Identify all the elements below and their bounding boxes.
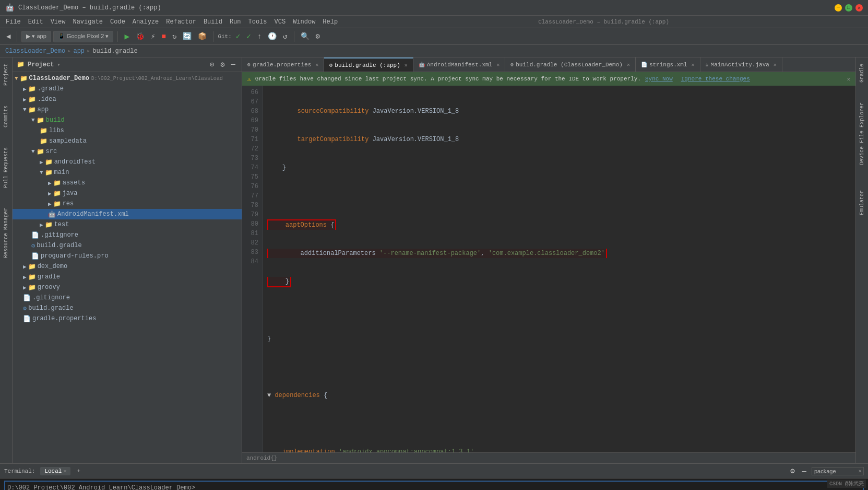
- tree-item-gitignore2[interactable]: 📄 .gitignore: [13, 293, 242, 303]
- resource-manager-toggle[interactable]: Resource Manager: [2, 204, 10, 262]
- search-close-icon[interactable]: ✕: [858, 468, 862, 474]
- menu-refactor[interactable]: Refactor: [163, 17, 199, 27]
- menu-edit[interactable]: Edit: [25, 17, 46, 27]
- tab-gradle-properties[interactable]: ⚙ gradle.properties ✕: [242, 57, 324, 72]
- run-with-coverage[interactable]: ⚡: [149, 31, 157, 42]
- code-content[interactable]: sourceCompatibility JavaVersion.VERSION_…: [263, 86, 855, 452]
- git-push[interactable]: ↑: [255, 31, 264, 42]
- tab-close[interactable]: ✕: [774, 62, 777, 68]
- menu-tools[interactable]: Tools: [245, 17, 270, 27]
- terminal-tab-local[interactable]: Local ✕: [40, 467, 70, 475]
- menu-navigate[interactable]: Navigate: [69, 17, 106, 27]
- tree-item-gradleprops[interactable]: 📄 gradle.properties: [13, 313, 242, 324]
- app-selector[interactable]: ▶ ▾ app: [21, 31, 51, 42]
- menu-run[interactable]: Run: [227, 17, 244, 27]
- debug-button[interactable]: 🐞: [134, 31, 147, 42]
- breadcrumb-file[interactable]: build.gradle: [92, 48, 137, 55]
- close-notification[interactable]: ✕: [847, 76, 850, 83]
- expand-icon: ▶: [23, 263, 27, 270]
- git-check2[interactable]: ✓: [244, 31, 253, 42]
- sdk-manager[interactable]: 📦: [196, 31, 209, 42]
- terminal-settings[interactable]: ⚙: [788, 465, 796, 476]
- tree-item-sampledata[interactable]: 📁 sampledata: [13, 136, 242, 146]
- menu-view[interactable]: View: [47, 17, 69, 27]
- tree-item-gradlefolder[interactable]: ▶ 📁 gradle: [13, 272, 242, 282]
- terminal-search-input[interactable]: [812, 467, 864, 475]
- stop-button[interactable]: ■: [160, 31, 168, 42]
- tree-label: res: [63, 200, 74, 207]
- tab-androidmanifest[interactable]: 🤖 AndroidManifest.xml ✕: [413, 57, 505, 72]
- tree-item-root[interactable]: ▼ 📁 ClassLoader_Demo D:\002_Project\002_…: [13, 73, 242, 84]
- tree-item-res[interactable]: ▶ 📁 res: [13, 199, 242, 209]
- git-check[interactable]: ✓: [234, 31, 242, 42]
- back-icon[interactable]: ◀: [4, 31, 13, 42]
- sync-now-link[interactable]: Sync Now: [645, 76, 673, 82]
- tree-item-idea[interactable]: ▶ 📁 .idea: [13, 94, 242, 104]
- tab-mainactivity[interactable]: ☕ MainActivity.java ✕: [700, 57, 782, 72]
- tree-item-src[interactable]: ▼ 📁 src: [13, 146, 242, 157]
- minimize-button[interactable]: ─: [835, 4, 842, 11]
- tree-item-assets[interactable]: ▶ 📁 assets: [13, 178, 242, 188]
- run-button[interactable]: ▶: [122, 30, 132, 43]
- terminal-minimize[interactable]: —: [800, 466, 808, 476]
- menu-code[interactable]: Code: [107, 17, 128, 27]
- tree-item-buildgradle1[interactable]: ⚙ build.gradle: [13, 240, 242, 251]
- tab-strings[interactable]: 📄 strings.xml ✕: [636, 57, 700, 72]
- device-icon: 📱: [58, 33, 65, 40]
- tree-label: .gitignore: [41, 231, 78, 239]
- tree-item-proguard[interactable]: 📄 proguard-rules.pro: [13, 251, 242, 261]
- menu-window[interactable]: Window: [290, 17, 318, 27]
- menu-file[interactable]: File: [3, 17, 24, 27]
- tab-close[interactable]: ✕: [315, 62, 318, 68]
- maximize-button[interactable]: □: [845, 4, 852, 11]
- sync-button[interactable]: ↻: [170, 31, 179, 42]
- tree-item-buildgradle2[interactable]: ⚙ build.gradle: [13, 303, 242, 313]
- terminal-add-tab[interactable]: +: [73, 467, 85, 475]
- scope-icon[interactable]: ⊙: [208, 59, 216, 70]
- gradle-panel-toggle[interactable]: Gradle: [858, 60, 866, 87]
- commits-panel-toggle[interactable]: Commits: [2, 101, 10, 132]
- tab-close[interactable]: ✕: [496, 62, 500, 68]
- device-file-explorer-toggle[interactable]: Device File Explorer: [858, 98, 866, 169]
- tab-close[interactable]: ✕: [627, 62, 630, 68]
- menu-build[interactable]: Build: [200, 17, 225, 27]
- close-button[interactable]: ✕: [855, 4, 863, 11]
- emulator-toggle[interactable]: Emulator: [858, 186, 866, 219]
- tree-item-main[interactable]: ▼ 📁 main: [13, 167, 242, 178]
- search-everywhere[interactable]: 🔍: [299, 31, 312, 42]
- terminal-area[interactable]: D:\002_Project\002_Android_Learn\ClassLo…: [0, 479, 868, 490]
- tab-build-gradle-demo[interactable]: ⚙ build.gradle (ClassLoader_Demo) ✕: [505, 57, 636, 72]
- menu-vcs[interactable]: VCS: [271, 17, 289, 27]
- tab-close[interactable]: ✕: [405, 62, 408, 68]
- menu-analyze[interactable]: Analyze: [129, 17, 162, 27]
- gear-icon[interactable]: ⚙: [218, 59, 227, 70]
- device-selector[interactable]: 📱 Google Pixel 2 ▾: [53, 31, 114, 42]
- git-revert[interactable]: ↺: [281, 31, 289, 42]
- tree-item-libs[interactable]: 📁 libs: [13, 125, 242, 136]
- gradle-sync[interactable]: 🔄: [181, 31, 194, 42]
- git-clock[interactable]: 🕐: [266, 31, 279, 42]
- menu-help[interactable]: Help: [319, 17, 341, 27]
- pull-requests-toggle[interactable]: Pull Requests: [2, 143, 10, 192]
- tree-item-test[interactable]: ▶ 📁 test: [13, 219, 242, 230]
- tree-item-java[interactable]: ▶ 📁 java: [13, 188, 242, 199]
- breadcrumb-root[interactable]: ClassLoader_Demo: [5, 48, 65, 55]
- tab-build-gradle-app[interactable]: ⚙ build.gradle (:app) ✕: [324, 57, 413, 72]
- tree-label-root: ClassLoader_Demo: [29, 75, 89, 82]
- tab-label: strings.xml: [649, 62, 687, 68]
- tree-item-androidmanifest[interactable]: 🤖 AndroidManifest.xml: [13, 209, 242, 219]
- tree-item-gitignore1[interactable]: 📄 .gitignore: [13, 230, 242, 240]
- breadcrumb-app[interactable]: app: [73, 48, 85, 55]
- collapse-all-icon[interactable]: —: [229, 59, 237, 70]
- tab-close[interactable]: ✕: [692, 62, 695, 68]
- tree-item-app[interactable]: ▼ 📁 app: [13, 104, 242, 115]
- tree-item-gradle-hidden[interactable]: ▶ 📁 .gradle: [13, 84, 242, 94]
- tree-item-androidtest[interactable]: ▶ 📁 androidTest: [13, 157, 242, 167]
- tree-item-dexdemo[interactable]: ▶ 📁 dex_demo: [13, 261, 242, 272]
- tree-item-build[interactable]: ▼ 📁 build: [13, 115, 242, 125]
- tree-item-groovy[interactable]: ▶ 📁 groovy: [13, 282, 242, 293]
- title-text: ClassLoader_Demo – build.gradle (:app): [18, 4, 161, 11]
- ignore-link[interactable]: Ignore these changes: [681, 76, 750, 82]
- settings[interactable]: ⚙: [314, 31, 322, 42]
- project-panel-toggle[interactable]: Project: [2, 60, 10, 90]
